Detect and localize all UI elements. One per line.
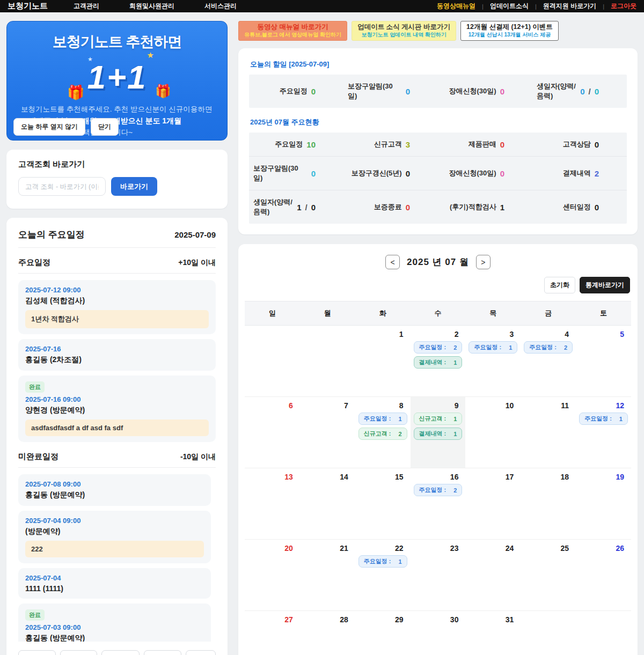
schedule-item[interactable]: 완료2025-07-03 09:00홍길동 (방문예약)간단한 상담 내용을 미… xyxy=(18,604,211,642)
event-badge[interactable]: 주요일정 :2 xyxy=(524,341,573,354)
calendar-day-18[interactable]: 18 xyxy=(521,468,576,540)
calendar-day-number: 31 xyxy=(506,615,514,624)
calendar-day-17[interactable]: 17 xyxy=(465,468,521,540)
schedule-item[interactable]: 완료2025-07-16 09:00양현경 (방문예약)asdfasdfasdf… xyxy=(18,376,216,442)
calendar-day-12[interactable]: 12주요일정 :1 xyxy=(576,397,631,468)
calendar-grid: 12주요일정 :2결제내역 :13주요일정 :14주요일정 :25678주요일정… xyxy=(245,326,631,655)
stat-label: 제품판매 xyxy=(469,139,496,149)
dismiss-today-button[interactable]: 오늘 하루 열지 않기 xyxy=(13,118,85,136)
weekday-label: 토 xyxy=(576,301,631,325)
close-button[interactable]: 닫기 xyxy=(91,118,119,136)
event-badge[interactable]: 주요일정 :1 xyxy=(579,413,628,425)
stat-cell: 주요일정0 xyxy=(249,75,343,108)
calendar-day-20[interactable]: 20 xyxy=(245,540,300,611)
customer-search-input[interactable] xyxy=(18,177,106,196)
event-badge[interactable]: 주요일정 :1 xyxy=(469,341,517,354)
schedule-item[interactable]: 2025-07-041111 (1111) xyxy=(18,568,211,599)
one-plus-one-text: 1+1 xyxy=(87,58,147,95)
promo-mini-banner[interactable]: 12개월 선결제 (12+1) 이벤트12개월 선납시 13개월 서비스 제공 xyxy=(460,21,559,41)
calendar-day-29[interactable]: 29 xyxy=(355,611,411,655)
stat-label: 생일자(양력/음력) xyxy=(537,82,576,101)
section-title: 주요일정 xyxy=(18,257,50,268)
filter-button-10일 일정[interactable]: 10일 일정 xyxy=(144,650,181,655)
calendar-day-14[interactable]: 14 xyxy=(300,468,355,540)
event-badge[interactable]: 주요일정 :1 xyxy=(358,555,407,568)
main-layout: 보청기노트 추천하면 ★ ★ 1+1 🎁 🎁 보청기노트를 추천해주세요. 추천… xyxy=(0,12,644,655)
app-logo[interactable]: 보청기노트 xyxy=(8,1,48,11)
calendar-day-23[interactable]: 23 xyxy=(411,540,466,611)
customer-lookup-go-button[interactable]: 바로가기 xyxy=(111,177,157,196)
stat-value: / xyxy=(588,87,590,96)
calendar-day-7[interactable]: 7 xyxy=(300,397,355,468)
stat-value: 0 xyxy=(500,87,504,96)
calendar-day-28[interactable]: 28 xyxy=(300,611,355,655)
stat-value: 0 xyxy=(406,169,410,178)
calendar-reset-button[interactable]: 초기화 xyxy=(544,277,575,293)
calendar-prev-button[interactable]: < xyxy=(385,255,400,269)
calendar-day-11[interactable]: 11 xyxy=(521,397,576,468)
nav-item-고객관리[interactable]: 고객관리 xyxy=(74,2,99,11)
nav-item-원격지원 바로가기[interactable]: 원격지원 바로가기 xyxy=(543,2,596,11)
nav-item-로그아웃[interactable]: 로그아웃 xyxy=(611,2,636,11)
section-range: +10일 이내 xyxy=(178,258,216,268)
schedule-item-date: 2025-07-03 09:00 xyxy=(25,623,204,631)
calendar-day-27[interactable]: 27 xyxy=(245,611,300,655)
schedule-item[interactable]: 2025-07-04 09:00(방문예약)222 xyxy=(18,511,211,563)
schedule-item-memo: 222 xyxy=(25,541,204,557)
event-label: 주요일정 : xyxy=(474,343,501,351)
calendar-day-3[interactable]: 3주요일정 :1 xyxy=(465,326,521,397)
nav-item-회원및사원관리[interactable]: 회원및사원관리 xyxy=(129,2,174,11)
calendar-day-8[interactable]: 8주요일정 :1신규고객 :2 xyxy=(355,397,411,468)
filter-button-08일 일정[interactable]: 08일 일정 xyxy=(101,650,139,655)
filter-button-미완료[interactable]: 미완료 xyxy=(186,650,216,655)
event-badge[interactable]: 주요일정 :2 xyxy=(414,484,463,496)
event-badge[interactable]: 결제내역 :1 xyxy=(414,428,463,440)
calendar-day-21[interactable]: 21 xyxy=(300,540,355,611)
event-label: 주요일정 : xyxy=(584,415,612,423)
calendar-day-15[interactable]: 15 xyxy=(355,468,411,540)
schedule-item[interactable]: 2025-07-16홍길동 (2차조절) xyxy=(18,339,216,371)
calendar-day-2[interactable]: 2주요일정 :2결제내역 :1 xyxy=(411,326,466,397)
calendar-day-25[interactable]: 25 xyxy=(521,540,576,611)
event-badge[interactable]: 주요일정 :2 xyxy=(414,341,463,354)
calendar-day-4[interactable]: 4주요일정 :2 xyxy=(521,326,576,397)
calendar-day-5[interactable]: 5 xyxy=(576,326,631,397)
filter-button-주중 일정[interactable]: 주중 일정 xyxy=(60,650,97,655)
stat-label: 주요일정 xyxy=(280,86,308,96)
nav-item-업데이트소식[interactable]: 업데이트소식 xyxy=(490,2,529,11)
calendar-day-26[interactable]: 26 xyxy=(576,540,631,611)
calendar-day-6[interactable]: 6 xyxy=(245,397,300,468)
stats-card: 오늘의 할일 [2025-07-09] 주요일정0보장구알림(30일)0장애신청… xyxy=(238,48,638,234)
calendar-day-1[interactable]: 1 xyxy=(355,326,411,397)
schedule-item[interactable]: 2025-07-08 09:00홍길동 (방문예약) xyxy=(18,474,211,506)
calendar-day-number: 23 xyxy=(450,544,459,553)
nav-separator: | xyxy=(535,3,537,10)
calendar-stats-button[interactable]: 통계바로가기 xyxy=(580,277,630,293)
promo-mini-banner[interactable]: 동영상 매뉴얼 바로가기유튜브,블로그 에서 영상매뉴얼 확인하기 xyxy=(238,21,347,41)
schedule-item-date: 2025-07-16 09:00 xyxy=(25,395,209,403)
calendar-day-31[interactable]: 31 xyxy=(465,611,521,655)
nav-item-서비스관리[interactable]: 서비스관리 xyxy=(204,2,237,11)
schedule-item-name: 홍길동 (2차조절) xyxy=(25,355,209,365)
weekday-label: 금 xyxy=(521,301,576,325)
event-badge[interactable]: 주요일정 :1 xyxy=(358,413,407,425)
calendar-day-number: 4 xyxy=(565,330,569,338)
event-badge[interactable]: 결제내역 :1 xyxy=(414,356,463,369)
schedule-item[interactable]: 2025-07-12 09:00김성체 (적합검사)1년차 적합검사 xyxy=(18,280,216,334)
calendar-day-10[interactable]: 10 xyxy=(465,397,521,468)
calendar-day-16[interactable]: 16주요일정 :2 xyxy=(411,468,466,540)
event-badge[interactable]: 신규고객 :1 xyxy=(414,413,463,425)
nav-item-동영상매뉴얼[interactable]: 동영상매뉴얼 xyxy=(437,2,475,11)
calendar-next-button[interactable]: > xyxy=(476,255,491,269)
calendar-day-30[interactable]: 30 xyxy=(411,611,466,655)
calendar-day-24[interactable]: 24 xyxy=(465,540,521,611)
filter-button-07월 일정[interactable]: 07월 일정 xyxy=(18,650,56,655)
calendar-day-9[interactable]: 9신규고객 :1결제내역 :1 xyxy=(411,397,466,468)
event-badge[interactable]: 신규고객 :2 xyxy=(358,428,407,440)
calendar-day-13[interactable]: 13 xyxy=(245,468,300,540)
calendar-day-22[interactable]: 22주요일정 :1 xyxy=(355,540,411,611)
calendar-day-19[interactable]: 19 xyxy=(576,468,631,540)
promo-mini-banner[interactable]: 업데이트 소식 게시판 바로가기보청기노트 업데이트 내역 확인하기 xyxy=(352,21,456,41)
stat-cell: 보증종료0 xyxy=(343,190,438,224)
schedule-list[interactable]: 2025-07-08 09:00홍길동 (방문예약)2025-07-04 09:… xyxy=(18,474,216,642)
